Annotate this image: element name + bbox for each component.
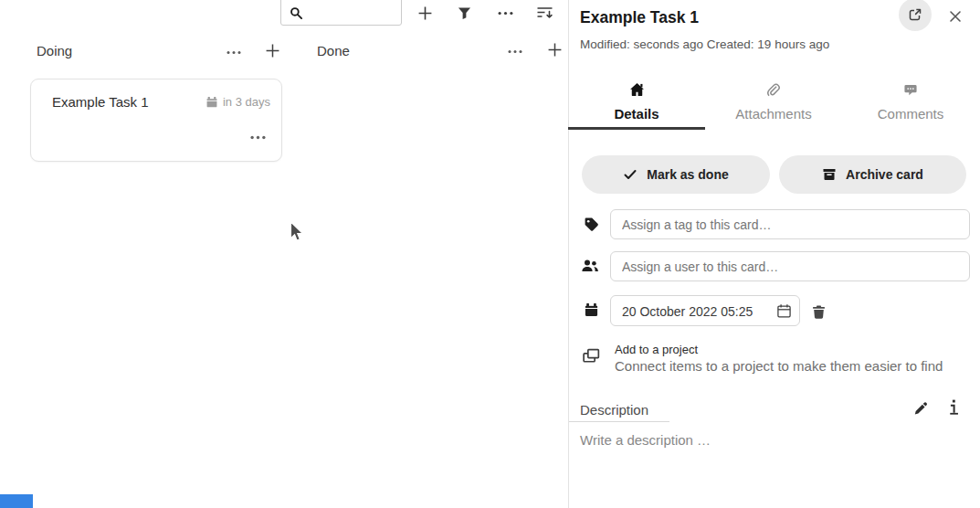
sort-button[interactable] <box>532 1 556 25</box>
plus-icon <box>417 5 433 21</box>
tab-details[interactable]: Details <box>568 78 705 128</box>
info-icon <box>949 399 962 416</box>
description-editor[interactable]: Write a description … <box>580 432 964 496</box>
date-picker-button[interactable] <box>776 303 792 319</box>
assign-user-input[interactable] <box>610 251 970 281</box>
panel-divider <box>568 0 569 508</box>
mark-as-done-label: Mark as done <box>647 167 728 182</box>
tab-label: Attachments <box>735 106 811 122</box>
plus-icon <box>547 42 563 58</box>
add-to-project-row[interactable]: Add to a project Connect items to a proj… <box>569 336 971 378</box>
windows-stack-icon <box>581 346 602 365</box>
column-done-menu-button[interactable] <box>503 39 527 63</box>
ellipsis-icon <box>498 11 513 16</box>
tag-icon <box>584 217 599 232</box>
description-underline <box>569 421 669 422</box>
filter-button[interactable] <box>452 1 476 25</box>
trash-icon <box>811 304 831 320</box>
ellipsis-icon <box>508 49 522 54</box>
mouse-cursor <box>290 221 305 244</box>
assign-tag-input[interactable] <box>610 209 970 239</box>
tab-label: Comments <box>878 106 944 122</box>
ellipsis-icon <box>227 50 241 55</box>
paperclip-icon <box>767 81 780 98</box>
close-panel-button[interactable] <box>946 7 964 26</box>
due-date-value: 20 October 2022 05:25 <box>622 304 753 319</box>
export-icon <box>908 7 922 22</box>
funnel-icon <box>458 6 471 20</box>
calendar-icon <box>584 302 599 318</box>
task-card[interactable]: Example Task 1 in 3 days <box>30 79 282 162</box>
calendar-outline-icon <box>776 303 792 319</box>
search-icon <box>290 6 303 20</box>
plus-icon <box>265 43 280 58</box>
edit-description-button[interactable] <box>913 399 932 418</box>
board-menu-button[interactable] <box>493 1 517 25</box>
archive-card-label: Archive card <box>846 167 923 182</box>
archive-icon <box>822 167 837 182</box>
add-card-button[interactable] <box>413 1 437 25</box>
users-icon <box>581 259 599 273</box>
ellipsis-icon <box>250 135 266 140</box>
check-icon <box>623 167 638 182</box>
add-to-project-title: Add to a project <box>615 343 698 356</box>
calendar-icon <box>205 96 218 109</box>
column-doing-menu-button[interactable] <box>222 40 246 64</box>
remove-due-date-button[interactable] <box>811 302 831 322</box>
search-box[interactable] <box>280 0 402 26</box>
description-label: Description <box>580 402 648 418</box>
tab-label: Details <box>614 106 659 122</box>
accent-corner-fragment <box>0 494 33 508</box>
info-button[interactable] <box>949 398 962 417</box>
column-doing-add-button[interactable] <box>260 38 284 62</box>
card-menu-button[interactable] <box>246 125 269 149</box>
panel-meta: Modified: seconds ago Created: 19 hours … <box>580 37 829 51</box>
open-in-window-button[interactable] <box>899 0 932 31</box>
home-icon <box>629 81 645 98</box>
tab-attachments[interactable]: Attachments <box>705 78 842 128</box>
column-done-add-button[interactable] <box>543 37 566 61</box>
archive-card-button[interactable]: Archive card <box>779 155 966 194</box>
pencil-icon <box>913 401 932 416</box>
comment-icon <box>903 81 918 98</box>
active-tab-indicator <box>568 127 705 130</box>
close-icon <box>948 9 963 24</box>
search-input[interactable] <box>309 3 396 21</box>
tab-comments[interactable]: Comments <box>842 78 979 128</box>
sort-list-icon <box>536 5 553 20</box>
add-to-project-subtitle: Connect items to a project to make them … <box>615 358 943 374</box>
panel-title: Example Task 1 <box>580 8 699 27</box>
card-due-label: in 3 days <box>223 95 270 109</box>
column-title-done: Done <box>317 43 350 58</box>
card-due-date: in 3 days <box>205 95 270 109</box>
mark-as-done-button[interactable]: Mark as done <box>582 155 770 194</box>
column-title-doing: Doing <box>37 43 72 58</box>
due-date-field[interactable]: 20 October 2022 05:25 <box>610 295 800 326</box>
card-title: Example Task 1 <box>52 94 149 110</box>
